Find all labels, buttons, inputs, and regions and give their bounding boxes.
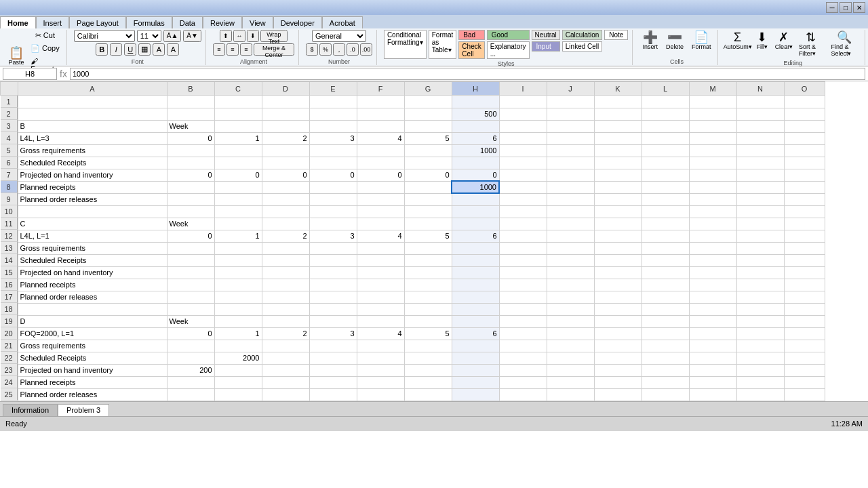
tab-home[interactable]: Home [0, 16, 36, 28]
cell-A12[interactable]: L4L, L=1 [18, 230, 167, 242]
align-middle-button[interactable]: ↔ [233, 30, 245, 42]
cell-B21[interactable] [167, 340, 214, 352]
cell-C1[interactable] [214, 96, 262, 108]
cell-D15[interactable] [262, 266, 309, 279]
cell-O1[interactable] [784, 96, 825, 108]
cell-A13[interactable]: Gross requirements [18, 242, 167, 254]
cell-F13[interactable] [357, 242, 404, 254]
cell-I12[interactable] [499, 230, 547, 242]
cell-F8[interactable] [357, 181, 404, 193]
fill-color-button[interactable]: A [153, 43, 165, 56]
row-header-1[interactable]: 1 [1, 96, 18, 108]
cell-A2[interactable] [18, 108, 167, 120]
cell-E25[interactable] [309, 388, 357, 401]
cell-N1[interactable] [736, 96, 784, 108]
font-color-button[interactable]: A [167, 43, 179, 56]
cell-H22[interactable] [452, 352, 499, 364]
cell-N21[interactable] [736, 340, 784, 352]
cell-D3[interactable] [262, 120, 309, 132]
cell-E16[interactable] [309, 279, 357, 291]
tab-developer[interactable]: Developer [273, 16, 322, 28]
delete-button[interactable]: ➖Delete [663, 30, 686, 52]
cell-O19[interactable] [784, 315, 825, 327]
cell-H17[interactable] [452, 291, 499, 303]
cell-N8[interactable] [736, 181, 784, 193]
tab-acrobat[interactable]: Acrobat [322, 16, 363, 28]
cell-A17[interactable]: Planned order releases [18, 291, 167, 303]
cell-O3[interactable] [784, 120, 825, 132]
cell-E13[interactable] [309, 242, 357, 254]
cell-G14[interactable] [404, 254, 452, 266]
cell-C4[interactable]: 1 [214, 132, 262, 144]
cell-L16[interactable] [642, 279, 689, 291]
cell-G19[interactable] [404, 315, 452, 327]
fill-button[interactable]: ⬇Fill▾ [753, 30, 772, 58]
cell-B22[interactable] [167, 352, 214, 364]
cell-B5[interactable] [167, 144, 214, 157]
minimize-button[interactable]: ─ [826, 2, 838, 13]
cell-J2[interactable] [547, 108, 594, 120]
cell-I4[interactable] [499, 132, 547, 144]
good-style-button[interactable]: Good [487, 30, 530, 40]
cell-G21[interactable] [404, 340, 452, 352]
cell-J24[interactable] [547, 376, 594, 388]
cell-B12[interactable]: 0 [167, 230, 214, 242]
cell-I8[interactable] [499, 181, 547, 193]
cell-C12[interactable]: 1 [214, 230, 262, 242]
cell-L1[interactable] [642, 96, 689, 108]
cell-N24[interactable] [736, 376, 784, 388]
cell-H9[interactable] [452, 193, 499, 205]
cell-D8[interactable] [262, 181, 309, 193]
row-header-17[interactable]: 17 [1, 291, 18, 303]
cell-A15[interactable]: Projected on hand inventory [18, 266, 167, 279]
row-header-24[interactable]: 24 [1, 376, 18, 388]
cell-M2[interactable] [689, 108, 736, 120]
cell-H7[interactable]: 0 [452, 169, 499, 181]
row-header-6[interactable]: 6 [1, 157, 18, 169]
cell-F19[interactable] [357, 315, 404, 327]
cell-A1[interactable] [18, 96, 167, 108]
cell-L12[interactable] [642, 230, 689, 242]
cell-E10[interactable] [309, 205, 357, 218]
cell-K1[interactable] [594, 96, 642, 108]
cell-C21[interactable] [214, 340, 262, 352]
cell-J15[interactable] [547, 266, 594, 279]
cell-O17[interactable] [784, 291, 825, 303]
cell-H20[interactable]: 6 [452, 327, 499, 340]
cell-O23[interactable] [784, 364, 825, 376]
cell-L15[interactable] [642, 266, 689, 279]
cell-N25[interactable] [736, 388, 784, 401]
cell-C22[interactable]: 2000 [214, 352, 262, 364]
currency-button[interactable]: $ [306, 43, 318, 56]
cell-D11[interactable] [262, 218, 309, 230]
cell-B20[interactable]: 0 [167, 327, 214, 340]
cell-N22[interactable] [736, 352, 784, 364]
cell-N12[interactable] [736, 230, 784, 242]
cell-F4[interactable]: 4 [357, 132, 404, 144]
cell-H21[interactable] [452, 340, 499, 352]
format-as-table-button[interactable]: Formatas Table▾ [429, 30, 457, 59]
cell-G8[interactable] [404, 181, 452, 193]
row-header-16[interactable]: 16 [1, 279, 18, 291]
cell-B4[interactable]: 0 [167, 132, 214, 144]
cell-E2[interactable] [309, 108, 357, 120]
col-header-D[interactable]: D [262, 82, 309, 96]
cell-L13[interactable] [642, 242, 689, 254]
cell-I19[interactable] [499, 315, 547, 327]
cell-J12[interactable] [547, 230, 594, 242]
cell-C3[interactable] [214, 120, 262, 132]
cell-E12[interactable]: 3 [309, 230, 357, 242]
cell-E18[interactable] [309, 303, 357, 315]
cell-I23[interactable] [499, 364, 547, 376]
row-header-18[interactable]: 18 [1, 303, 18, 315]
cell-D2[interactable] [262, 108, 309, 120]
cell-L22[interactable] [642, 352, 689, 364]
cell-D17[interactable] [262, 291, 309, 303]
cell-J21[interactable] [547, 340, 594, 352]
col-header-C[interactable]: C [214, 82, 262, 96]
cell-C14[interactable] [214, 254, 262, 266]
cell-M7[interactable] [689, 169, 736, 181]
col-header-H[interactable]: H [452, 82, 499, 96]
cell-M16[interactable] [689, 279, 736, 291]
cell-B3[interactable]: Week [167, 120, 214, 132]
